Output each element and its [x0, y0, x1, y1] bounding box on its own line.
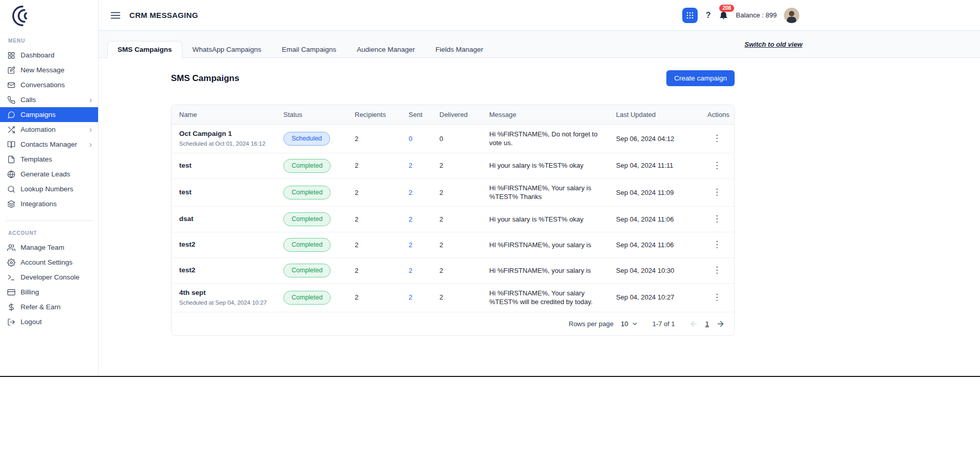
account-section-label: ACCOUNT — [0, 223, 98, 240]
campaign-message: Hi %FIRSTNAME%, Do not forget to vote us… — [482, 125, 608, 152]
previous-page-arrow-icon[interactable] — [689, 320, 698, 328]
kebab-menu-icon[interactable]: ⋮ — [708, 213, 725, 225]
recipients-count: 2 — [347, 262, 401, 280]
kebab-menu-icon[interactable]: ⋮ — [708, 291, 725, 303]
sidebar-item-lookup-numbers[interactable]: Lookup Numbers — [0, 182, 98, 196]
automation-icon — [7, 126, 15, 134]
sidebar-item-dashboard[interactable]: Dashboard — [0, 48, 98, 63]
status-badge: Completed — [283, 291, 331, 305]
sidebar: MENU Dashboard New Message Conversations… — [0, 0, 99, 376]
recipients-count: 2 — [347, 156, 401, 175]
table-row: test Completed 2 2 2 Hi %FIRSTNAME%, You… — [171, 179, 734, 207]
sidebar-item-logout[interactable]: Logout — [0, 314, 98, 329]
tab-fields-manager[interactable]: Fields Manager — [425, 41, 493, 58]
campaign-name: dsat — [179, 214, 268, 224]
create-campaign-button[interactable]: Create campaign — [666, 70, 735, 86]
hamburger-menu-icon[interactable] — [110, 10, 121, 21]
pagination-range-label: 1-7 of 1 — [652, 320, 675, 328]
chevron-right-icon: › — [89, 96, 92, 104]
refer-earn-icon — [7, 303, 15, 311]
kebab-menu-icon[interactable]: ⋮ — [708, 159, 725, 171]
sent-count-link[interactable]: 2 — [409, 241, 412, 249]
new-message-icon — [7, 66, 15, 74]
sidebar-item-manage-team[interactable]: Manage Team — [0, 240, 98, 255]
sidebar-item-account-settings[interactable]: Account Settings — [0, 255, 98, 270]
apps-grid-icon[interactable] — [682, 8, 698, 23]
generate-leads-icon — [7, 170, 15, 178]
recipients-count: 2 — [347, 130, 401, 148]
delivered-count: 0 — [432, 130, 482, 148]
campaign-name: test — [179, 188, 268, 197]
recipients-count: 2 — [347, 210, 401, 229]
manage-team-icon — [7, 244, 15, 252]
next-page-arrow-icon[interactable] — [716, 320, 725, 328]
sidebar-item-contacts-manager[interactable]: Contacts Manager › — [0, 137, 98, 152]
status-badge: Completed — [283, 238, 331, 252]
sidebar-item-label: Developer Console — [21, 273, 80, 281]
sidebar-item-label: New Message — [21, 66, 65, 74]
sidebar-item-label: Campaigns — [21, 111, 55, 118]
sidebar-item-label: Logout — [21, 318, 42, 326]
sidebar-item-conversations[interactable]: Conversations — [0, 77, 98, 92]
sidebar-item-calls[interactable]: Calls › — [0, 92, 98, 107]
tab-label: Fields Manager — [435, 46, 483, 53]
topbar-right: ? 208 Balance : 899 — [682, 8, 799, 23]
sent-count-link[interactable]: 0 — [409, 135, 412, 143]
tab-email-campaigns[interactable]: Email Campaigns — [272, 41, 347, 58]
page-number[interactable]: 1 — [705, 320, 709, 328]
sidebar-item-developer-console[interactable]: Developer Console — [0, 270, 98, 285]
sidebar-item-generate-leads[interactable]: Generate Leads — [0, 167, 98, 182]
sidebar-item-label: Automation — [21, 126, 55, 133]
delivered-count: 2 — [432, 156, 482, 175]
sidebar-item-label: Account Settings — [21, 258, 72, 266]
sidebar-item-label: Lookup Numbers — [21, 185, 73, 193]
campaign-message: Hi %FIRSTNAME%, your salary is — [482, 262, 608, 280]
campaign-name: test2 — [179, 266, 268, 275]
status-badge: Completed — [283, 159, 331, 173]
window-bottom-edge — [0, 376, 980, 377]
last-updated: Sep 04, 2024 10:30 — [608, 262, 700, 280]
switch-to-old-view-link[interactable]: Switch to old view — [744, 41, 802, 48]
sidebar-item-billing[interactable]: Billing — [0, 285, 98, 300]
contacts-manager-icon — [7, 141, 15, 149]
kebab-menu-icon[interactable]: ⋮ — [708, 264, 725, 276]
sent-count-link[interactable]: 2 — [409, 267, 412, 274]
sidebar-item-templates[interactable]: Templates — [0, 152, 98, 167]
sidebar-item-label: Refer & Earn — [21, 303, 61, 311]
tab-label: Email Campaigns — [282, 46, 336, 53]
column-header-name: Name — [171, 105, 276, 124]
rows-per-page-select[interactable]: 10 — [621, 320, 638, 328]
sent-count-link[interactable]: 2 — [409, 215, 412, 223]
sidebar-item-label: Integrations — [21, 200, 57, 208]
tab-audience-manager[interactable]: Audience Manager — [347, 41, 425, 58]
table-row: test Completed 2 2 2 Hi your salary is %… — [171, 153, 734, 179]
kebab-menu-icon[interactable]: ⋮ — [708, 132, 725, 144]
integrations-icon — [7, 200, 15, 208]
balance-label: Balance : 899 — [736, 11, 777, 19]
templates-icon — [7, 155, 15, 164]
sent-count-link[interactable]: 2 — [409, 162, 412, 169]
status-badge: Completed — [283, 186, 331, 199]
tab-sms-campaigns[interactable]: SMS Campaigns — [107, 41, 182, 58]
sidebar-item-new-message[interactable]: New Message — [0, 63, 98, 77]
user-avatar[interactable] — [784, 8, 799, 23]
help-icon[interactable]: ? — [705, 11, 712, 20]
status-badge: Completed — [283, 212, 331, 226]
sidebar-item-refer-earn[interactable]: Refer & Earn — [0, 300, 98, 314]
notification-bell-icon[interactable]: 208 — [719, 10, 728, 20]
sidebar-item-integrations[interactable]: Integrations — [0, 196, 98, 211]
sent-count-link[interactable]: 2 — [409, 293, 412, 301]
tab-whatsapp-campaigns[interactable]: WhatsApp Campaigns — [182, 41, 272, 58]
sidebar-item-automation[interactable]: Automation › — [0, 122, 98, 137]
page-title: SMS Campaigns — [171, 73, 239, 84]
content-area: SMS Campaigns Create campaign NameStatus… — [99, 58, 980, 376]
last-updated: Sep 04, 2024 11:11 — [608, 156, 700, 175]
table-footer: Rows per page 10 1-7 of 1 — [171, 312, 734, 335]
sidebar-item-campaigns[interactable]: Campaigns — [0, 107, 98, 122]
delivered-count: 2 — [432, 184, 482, 202]
table-row: test2 Completed 2 2 2 HI %FIRSTNAME%, yo… — [171, 232, 734, 258]
kebab-menu-icon[interactable]: ⋮ — [708, 238, 725, 250]
tab-label: Audience Manager — [357, 46, 415, 53]
sent-count-link[interactable]: 2 — [409, 189, 412, 196]
kebab-menu-icon[interactable]: ⋮ — [708, 186, 725, 198]
